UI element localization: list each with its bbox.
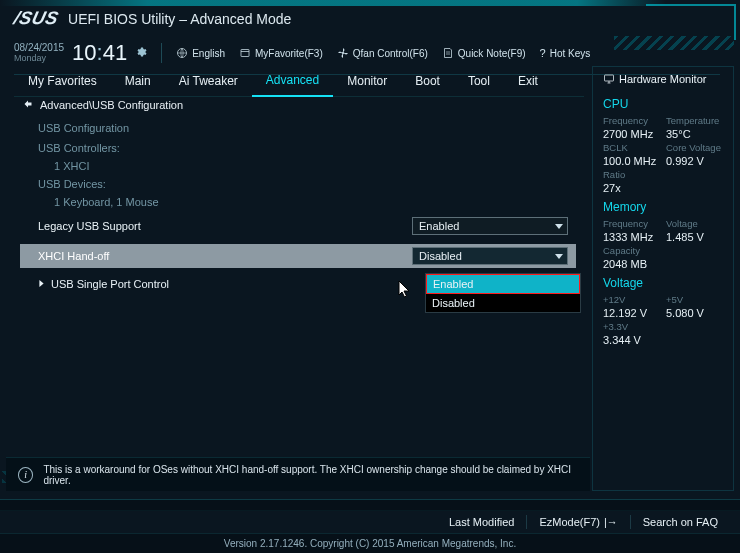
xhci-handoff-dropdown: Enabled Disabled	[425, 273, 581, 313]
svg-rect-1	[241, 50, 249, 57]
xhci-handoff-label: XHCI Hand-off	[38, 250, 412, 262]
last-modified-button[interactable]: Last Modified	[437, 515, 526, 529]
setting-legacy-usb[interactable]: Legacy USB Support Enabled	[20, 214, 576, 238]
usb-single-port-label: USB Single Port Control	[51, 278, 169, 290]
dropdown-option-enabled[interactable]: Enabled	[426, 274, 580, 294]
exit-icon: |→	[604, 516, 618, 528]
dropdown-option-disabled[interactable]: Disabled	[426, 294, 580, 312]
clock-minutes: 41	[103, 40, 127, 65]
usb-devices-value: 1 Keyboard, 1 Mouse	[54, 196, 576, 208]
xhci-handoff-combo[interactable]: Disabled	[412, 247, 568, 265]
setting-xhci-handoff[interactable]: XHCI Hand-off Disabled	[20, 244, 576, 268]
chevron-down-icon	[555, 224, 563, 229]
datetime-block: 08/24/2015 Monday 10:41	[14, 40, 147, 66]
hw-value: 5.080 V	[666, 307, 723, 319]
hw-value: 1333 MHz	[603, 231, 660, 243]
hw-cpu-title: CPU	[603, 97, 723, 111]
svg-point-2	[342, 52, 344, 54]
qfan-label: Qfan Control(F6)	[353, 48, 428, 59]
hw-voltage-title: Voltage	[603, 276, 723, 290]
usb-devices-label: USB Devices:	[38, 178, 576, 190]
info-icon: i	[18, 467, 33, 483]
usb-controllers-label: USB Controllers:	[38, 142, 576, 154]
hw-label: Capacity	[603, 245, 660, 256]
section-title: USB Configuration	[38, 122, 576, 134]
hotkeys-label: Hot Keys	[550, 48, 591, 59]
chevron-right-icon	[38, 278, 45, 290]
hw-label: Frequency	[603, 115, 660, 126]
legacy-usb-combo[interactable]: Enabled	[412, 217, 568, 235]
system-day: Monday	[14, 53, 64, 64]
system-clock: 10:41	[72, 40, 127, 66]
hw-value: 27x	[603, 182, 660, 194]
accent-bottom	[0, 499, 740, 511]
xhci-handoff-value: Disabled	[419, 250, 462, 262]
hw-label: Voltage	[666, 218, 723, 229]
hw-value: 1.485 V	[666, 231, 723, 243]
chevron-down-icon	[555, 254, 563, 259]
hw-label: Ratio	[603, 169, 660, 180]
ezmode-button[interactable]: EzMode(F7) |→	[526, 515, 629, 529]
hw-label: +12V	[603, 294, 660, 305]
gear-icon[interactable]	[135, 46, 147, 60]
usb-controllers-value: 1 XHCI	[54, 160, 576, 172]
help-text: This is a workaround for OSes without XH…	[43, 464, 578, 486]
monitor-icon	[603, 73, 615, 85]
hw-value: 2700 MHz	[603, 128, 660, 140]
app-title: UEFI BIOS Utility – Advanced Mode	[68, 11, 291, 27]
search-faq-button[interactable]: Search on FAQ	[630, 515, 730, 529]
myfavorite-button[interactable]: MyFavorite(F3)	[239, 47, 323, 59]
hw-value: 2048 MB	[603, 258, 660, 270]
breadcrumb: Advanced\USB Configuration	[40, 99, 183, 111]
hw-label: +3.3V	[603, 321, 660, 332]
question-icon: ?	[540, 47, 546, 59]
language-label: English	[192, 48, 225, 59]
accent-bar-top	[0, 0, 740, 6]
hw-label: Temperature	[666, 115, 723, 126]
back-arrow-icon[interactable]	[20, 98, 34, 112]
myfavorite-label: MyFavorite(F3)	[255, 48, 323, 59]
asus-logo: /SUS	[11, 8, 60, 29]
quicknote-button[interactable]: Quick Note(F9)	[442, 47, 526, 59]
hw-value: 12.192 V	[603, 307, 660, 319]
quicknote-label: Quick Note(F9)	[458, 48, 526, 59]
hw-memory-title: Memory	[603, 200, 723, 214]
system-date: 08/24/2015	[14, 42, 64, 53]
hw-value: 0.992 V	[666, 155, 723, 167]
legacy-usb-value: Enabled	[419, 220, 459, 232]
language-button[interactable]: English	[176, 47, 225, 59]
svg-rect-3	[605, 75, 614, 81]
hw-label: +5V	[666, 294, 723, 305]
hw-value: 100.0 MHz	[603, 155, 660, 167]
hw-value: 35°C	[666, 128, 723, 140]
hw-label: Core Voltage	[666, 142, 723, 153]
legacy-usb-label: Legacy USB Support	[38, 220, 412, 232]
hw-label: BCLK	[603, 142, 660, 153]
hardware-monitor-title: Hardware Monitor	[603, 73, 723, 91]
hw-value: 3.344 V	[603, 334, 660, 346]
hw-label: Frequency	[603, 218, 660, 229]
clock-hours: 10	[72, 40, 96, 65]
version-text: Version 2.17.1246. Copyright (C) 2015 Am…	[0, 533, 740, 553]
qfan-button[interactable]: Qfan Control(F6)	[337, 47, 428, 59]
hotkeys-button[interactable]: ? Hot Keys	[540, 47, 591, 59]
